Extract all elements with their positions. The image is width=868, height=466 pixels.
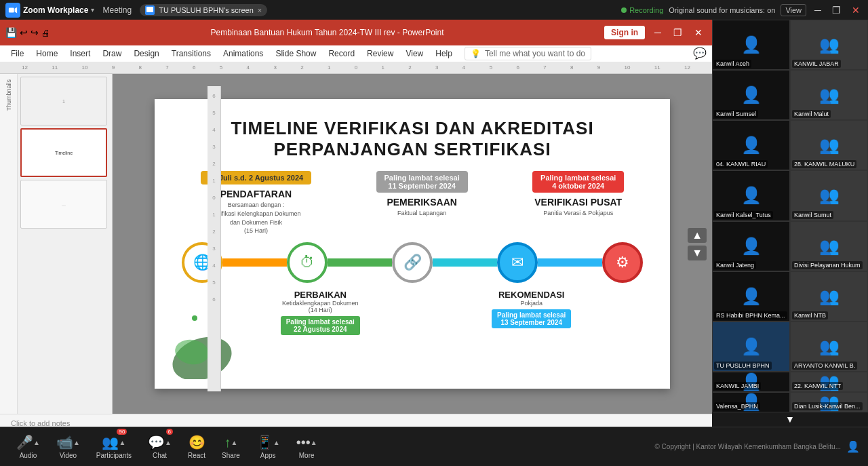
video-tile-kanwil-kalsel[interactable]: 👤 Kanwil Kalsel_Tutus [712,170,790,220]
share-tool[interactable]: ↑ ▲ Share [214,432,248,462]
share-icon: ↑ [224,435,231,450]
thumbnails-sidebar: Thumbnails [0,74,18,414]
react-tool[interactable]: 😊 React [180,431,214,462]
apps-tool[interactable]: 📱 ▲ Apps [248,431,288,462]
scroll-down-button[interactable]: ▼ [688,246,707,260]
comment-icon[interactable]: 💬 [693,47,707,60]
chat-expand-icon[interactable]: ▲ [165,439,172,446]
end-meeting-icon[interactable]: 👤 [846,440,860,453]
menu-design[interactable]: Design [128,47,164,60]
scroll-up-button[interactable]: ▲ [688,228,707,243]
slide-thumb-10[interactable]: Timeline [20,128,107,177]
video-tile-kanwil-ntt[interactable]: 👥 22. KANWIL NTT [790,372,868,392]
slide-area[interactable]: 6543210123456 TIMELINE VERIFIKASI DAN AK… [113,74,712,414]
ruler-bar: 12 11 10 9 8 7 6 5 4 3 2 1 0 1 2 3 4 5 6… [0,62,712,74]
recording-label: Recording [629,6,663,14]
bottom-bar: 🎤 ▲ Audio 📹 ▲ Video 👥 90 ▲ Participants … [0,427,868,466]
ruler-ticks: 12 11 10 9 8 7 6 5 4 3 2 1 0 1 2 3 4 5 6… [19,64,693,71]
video-tile-kanwil-jateng[interactable]: 👤 Kanwil Jateng [712,221,790,271]
video-tile-kanwil-jabar[interactable]: 👥 KANWIL JABAR [790,20,868,70]
restore-button[interactable]: ❐ [829,5,844,16]
menu-record[interactable]: Record [323,47,360,60]
video-tile-aryanto[interactable]: 👥 ARYANTO KANWIL B. [790,322,868,372]
screen-share-tab[interactable]: TU PUSLUH BPHN's screen × [140,4,267,16]
svg-rect-2 [146,7,153,12]
video-tile-dian[interactable]: 👥 Dian Lusik-Kanwil Ben... [790,392,868,412]
close-button[interactable]: ✕ [849,5,863,16]
video-tile-kanwil-aceh[interactable]: 👤 Kanwil Aceh [712,20,790,70]
slide-title-line2: PERPANJANGAN SERTIFIKASI [155,139,670,160]
ppt-minimize-button[interactable]: ─ [650,27,665,38]
video-tool[interactable]: 📹 ▲ Video [48,431,88,462]
menu-file[interactable]: File [5,47,29,60]
svg-rect-0 [9,7,14,12]
chat-label: Chat [153,452,167,459]
screen-tab-close-icon[interactable]: × [258,6,262,14]
powerpoint-window: 💾 ↩ ↪ 🖨 Pembinaan Bantuan Hukum Tahun 20… [0,20,712,446]
video-tile-kanwil-sumut[interactable]: 👥 Kanwil Sumut [790,170,868,220]
timeline-top-labels: 15 Juli s.d. 2 Agustus 2024 PENDAFTARAN … [155,160,670,235]
video-expand-icon[interactable]: ▲ [73,439,80,446]
more-expand-icon[interactable]: ▲ [311,439,317,446]
more-icon: ••• [296,435,311,450]
menu-transitions[interactable]: Transitions [166,47,216,60]
menu-slideshow[interactable]: Slide Show [270,47,321,60]
more-tool[interactable]: ••• ▲ More [288,432,326,462]
node-pemeriksaan: 🔗 [392,242,433,283]
divisi-pelayanan-label: Divisi Pelayanan Hukum [792,261,863,269]
recording-dot [621,7,627,13]
menu-view[interactable]: View [400,47,429,60]
kanwil-aceh-label: Kanwil Aceh [714,60,751,68]
participants-expand-icon[interactable]: ▲ [119,439,125,446]
participants-tool[interactable]: 👥 90 ▲ Participants [88,431,140,462]
apps-label: Apps [260,452,276,459]
menu-animations[interactable]: Animations [218,47,269,60]
share-expand-icon[interactable]: ▲ [231,439,237,446]
spacer-mid [399,290,453,335]
audio-tool[interactable]: 🎤 ▲ Audio [8,431,48,462]
video-tile-kanwil-malut[interactable]: 👥 Kanwil Malut [790,70,868,120]
video-scroll-down[interactable]: ▼ [712,412,868,426]
sign-in-button[interactable]: Sign in [604,26,645,39]
minimize-button[interactable]: ─ [812,5,824,16]
video-tile-divisi-pelayanan[interactable]: 👥 Divisi Pelayanan Hukum [790,221,868,271]
menu-home[interactable]: Home [31,47,63,60]
slide-thumbnails-panel[interactable]: 1 Timeline ... [18,74,113,414]
slide-scroll-controls[interactable]: ▲ ▼ [688,228,707,260]
video-tile-kanwil-jambi[interactable]: 👤 KANWIL JAMBI [712,372,790,392]
kanwil-jateng-label: Kanwil Jateng [714,261,756,269]
app-chevron-icon: ▾ [91,6,94,14]
bottom-right: © Copyright | Kantor Wilayah Kemenkumham… [654,440,860,453]
video-tile-rs-habibi[interactable]: 👤 RS Habibi BPHN Kema... [712,271,790,322]
video-tile-kanwil-riau[interactable]: 👤 04. KANWIL RIAU [712,120,790,170]
topbar-right: Recording Original sound for musicians: … [621,4,863,16]
audio-expand-icon[interactable]: ▲ [33,439,40,446]
node-verifikasi: ⚙ [602,242,643,283]
verifikasi-date: Paling lambat selesai4 oktober 2024 [532,171,624,193]
slide-title-line1: TIMELINE VERIFIKASI DAN AKREDITASI [155,118,670,139]
menu-draw[interactable]: Draw [97,47,127,60]
chat-tool[interactable]: 💬 6 ▲ Chat [140,431,180,462]
video-tile-valensa[interactable]: 👤 Valensa_BPHN [712,392,790,412]
menu-insert[interactable]: Insert [64,47,96,60]
screen-tab-icon [145,5,155,15]
aryanto-label: ARYANTO KANWIL B. [792,362,857,370]
window-controls: ─ ❐ ✕ [812,5,863,16]
screen-tab-label: TU PUSLUH BPHN's screen [159,6,254,14]
video-tile-kanwil-ntb[interactable]: 👥 Kanwil NTB [790,271,868,322]
menu-help[interactable]: Help [430,47,458,60]
video-tile-kanwil-sumsel[interactable]: 👤 Kanwil Sumsel [712,70,790,120]
view-button[interactable]: View [781,4,806,16]
menu-review[interactable]: Review [361,47,399,60]
tell-me-box[interactable]: 💡 Tell me what you want to do [465,47,591,60]
deco-green-dot [192,315,197,321]
slide-thumb-other[interactable]: ... [20,180,107,229]
ppt-restore-button[interactable]: ❐ [669,27,686,38]
ppt-close-button[interactable]: ✕ [690,27,707,38]
slide-thumb-1[interactable]: 1 [20,77,107,125]
video-tile-kanwil-maluku[interactable]: 👥 28. KANWIL MALUKU [790,120,868,170]
pemeriksaan-box: Paling lambat selesai11 September 2024 P… [376,171,468,235]
chat-icon: 💬 [148,434,165,450]
video-tile-tu-pusluh[interactable]: 👤 TU PUSLUH BPHN [712,322,790,372]
apps-expand-icon[interactable]: ▲ [273,439,280,446]
